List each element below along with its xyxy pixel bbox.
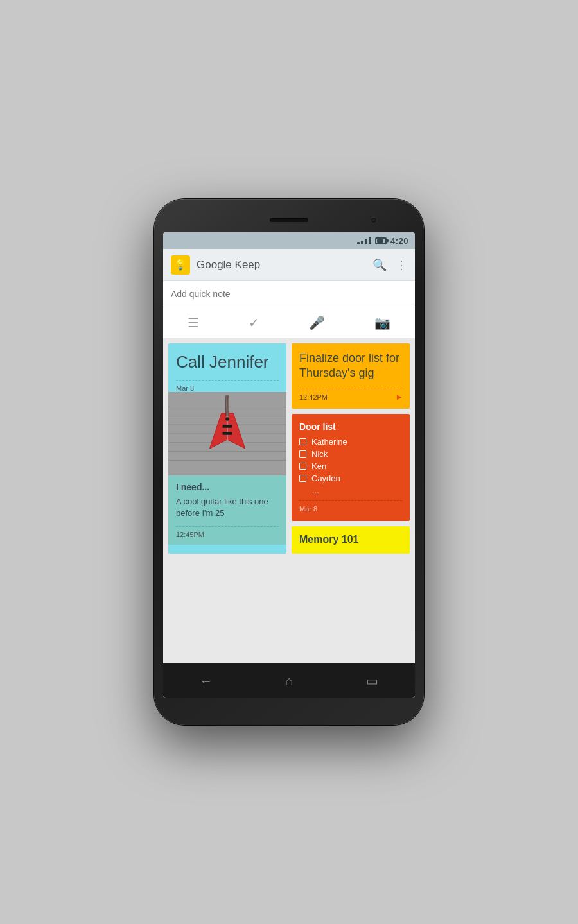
checkbox-4[interactable] <box>299 475 306 482</box>
notes-grid: Call Jennifer Mar 8 <box>168 343 410 554</box>
checklist-item-1: Katherine <box>299 437 402 447</box>
note-doorlist-title: Door list <box>299 422 402 432</box>
status-bar: 4:20 <box>163 232 415 249</box>
note-i-need-time: 12:45PM <box>176 526 279 538</box>
app-title: Google Keep <box>197 259 366 271</box>
note-memory-title: Memory 101 <box>299 534 402 545</box>
nav-bar: ← ⌂ ▭ <box>163 663 415 698</box>
checkbox-1[interactable] <box>299 438 306 445</box>
note-call-jennifer-date: Mar 8 <box>176 380 279 392</box>
notes-section: Call Jennifer Mar 8 <box>163 338 415 663</box>
checkbox-2[interactable] <box>299 450 306 458</box>
checklist-item-4: Cayden <box>299 474 402 483</box>
app-bar-actions: 🔍 ⋮ <box>372 258 407 272</box>
list-icon[interactable]: ☰ <box>177 312 209 333</box>
note-doorlist-date: Mar 8 <box>299 501 402 513</box>
recents-icon[interactable]: ▭ <box>366 673 378 689</box>
note-finalize-title: Finalize door list for Thursday's gig <box>299 351 402 381</box>
checkbox-3[interactable] <box>299 463 306 470</box>
svg-rect-13 <box>223 425 232 428</box>
note-finalize-time: 12:42PM ▶ <box>299 389 402 401</box>
note-i-need-title: I need... <box>176 482 279 492</box>
play-icon: ▶ <box>397 393 402 400</box>
note-call-jennifer-title: Call Jennifer <box>176 352 279 372</box>
phone-device: 4:20 💡 Google Keep 🔍 ⋮ ☰ ✓ 🎤 📷 <box>154 199 424 725</box>
quick-note-input[interactable] <box>171 281 407 307</box>
front-camera <box>371 218 376 223</box>
note-memory-101[interactable]: Memory 101 <box>292 526 410 554</box>
app-bar: 💡 Google Keep 🔍 ⋮ <box>163 249 415 281</box>
note-call-jennifer[interactable]: Call Jennifer Mar 8 <box>168 343 286 554</box>
svg-rect-14 <box>223 432 232 435</box>
phone-screen: 4:20 💡 Google Keep 🔍 ⋮ ☰ ✓ 🎤 📷 <box>163 232 415 698</box>
phone-bottom <box>163 701 415 714</box>
logo-icon: 💡 <box>174 259 187 271</box>
checklist-item-3: Ken <box>299 461 402 471</box>
mic-icon[interactable]: 🎤 <box>299 312 335 333</box>
speaker-grille <box>270 218 308 222</box>
note-i-need-body: A cool guitar like this one before I'm 2… <box>176 496 279 519</box>
guitar-svg <box>168 392 286 475</box>
status-time: 4:20 <box>390 236 408 246</box>
note-i-need[interactable]: I need... A cool guitar like this one be… <box>168 475 286 544</box>
more-options-icon[interactable]: ⋮ <box>396 258 407 272</box>
guitar-image-card[interactable] <box>168 392 286 475</box>
home-icon[interactable]: ⌂ <box>285 674 293 689</box>
back-icon[interactable]: ← <box>200 674 213 689</box>
svg-point-15 <box>225 417 229 421</box>
app-logo: 💡 <box>171 255 190 275</box>
search-icon[interactable]: 🔍 <box>372 258 387 272</box>
camera-icon[interactable]: 📷 <box>364 312 401 333</box>
note-door-list[interactable]: Door list Katherine Nick Ken <box>292 414 410 521</box>
checklist-item-2: Nick <box>299 449 402 459</box>
battery-indicator <box>375 237 387 244</box>
note-finalize-door[interactable]: Finalize door list for Thursday's gig 12… <box>292 343 410 409</box>
quick-note-actions: ☰ ✓ 🎤 📷 <box>163 307 415 338</box>
quick-note-area <box>163 281 415 307</box>
phone-top <box>163 210 415 230</box>
signal-strength <box>357 237 371 244</box>
checklist-ellipsis: ... <box>312 486 402 495</box>
check-icon[interactable]: ✓ <box>238 312 270 333</box>
